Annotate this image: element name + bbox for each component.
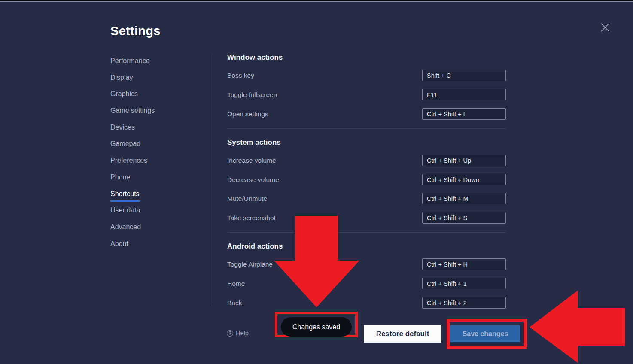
shortcut-input-home[interactable]	[422, 278, 506, 289]
shortcut-input-toggle-fullscreen[interactable]	[422, 89, 506, 100]
shortcut-label-decrease-volume: Decrease volume	[227, 174, 279, 185]
restore-default-button[interactable]: Restore default	[364, 325, 441, 343]
annotation-arrow-down-icon	[274, 216, 359, 307]
shortcut-label-back: Back	[227, 297, 242, 309]
sidebar-item-graphics[interactable]: Graphics	[110, 89, 196, 99]
shortcut-label-mute-unmute: Mute/Unmute	[227, 193, 267, 204]
shortcut-input-open-settings[interactable]	[422, 108, 506, 120]
shortcut-label-home: Home	[227, 278, 245, 289]
shortcut-input-increase-volume[interactable]	[422, 155, 506, 166]
annotation-box-changes-saved: Changes saved	[275, 312, 358, 337]
shortcut-label-toggle-fullscreen: Toggle fullscreen	[227, 89, 277, 100]
sidebar-item-display[interactable]: Display	[110, 73, 196, 82]
sidebar-item-phone[interactable]: Phone	[110, 173, 196, 182]
sidebar-item-game-settings[interactable]: Game settings	[110, 106, 196, 115]
section-title-window-actions: Window actions	[227, 53, 283, 62]
help-question-icon: ?	[227, 330, 233, 337]
shortcut-input-take-screenshot[interactable]	[422, 212, 506, 224]
shortcut-label-open-settings: Open settings	[227, 108, 268, 120]
section-title-system-actions: System actions	[227, 138, 281, 147]
shortcut-input-mute-unmute[interactable]	[422, 193, 506, 204]
shortcut-input-decrease-volume[interactable]	[422, 174, 506, 185]
window-top-highlight	[0, 1, 633, 2]
shortcut-input-toggle-airplane[interactable]	[422, 258, 506, 270]
sidebar-item-shortcuts[interactable]: Shortcuts	[110, 189, 196, 199]
sidebar-item-gamepad[interactable]: Gamepad	[110, 139, 196, 149]
settings-sidebar: Performance Display Graphics Game settin…	[110, 56, 196, 255]
sidebar-item-advanced[interactable]: Advanced	[110, 222, 196, 232]
save-changes-button[interactable]: Save changes	[450, 325, 520, 342]
sidebar-item-performance[interactable]: Performance	[110, 56, 196, 66]
shortcut-input-back[interactable]	[422, 297, 506, 309]
help-link[interactable]: ? Help	[227, 330, 249, 337]
annotation-arrow-left-icon	[530, 291, 625, 363]
section-divider	[227, 232, 506, 233]
close-icon[interactable]	[599, 21, 611, 33]
page-title: Settings	[110, 24, 161, 38]
sidebar-item-about[interactable]: About	[110, 239, 196, 249]
shortcut-label-increase-volume: Increase volume	[227, 155, 276, 166]
changes-saved-toast: Changes saved	[281, 317, 352, 337]
shortcut-label-toggle-airplane: Toggle Airplane	[227, 258, 273, 270]
shortcut-label-boss-key: Boss key	[227, 70, 254, 81]
sidebar-item-user-data[interactable]: User data	[110, 206, 196, 215]
sidebar-divider	[210, 54, 210, 305]
shortcut-input-boss-key[interactable]	[422, 70, 506, 81]
section-divider	[227, 128, 506, 129]
sidebar-item-devices[interactable]: Devices	[110, 123, 196, 132]
settings-window: Settings Performance Display Graphics Ga…	[0, 0, 633, 364]
sidebar-item-preferences[interactable]: Preferences	[110, 156, 196, 165]
shortcut-label-take-screenshot: Take screenshot	[227, 212, 276, 224]
section-title-android-actions: Android actions	[227, 242, 283, 251]
help-label: Help	[236, 330, 249, 337]
